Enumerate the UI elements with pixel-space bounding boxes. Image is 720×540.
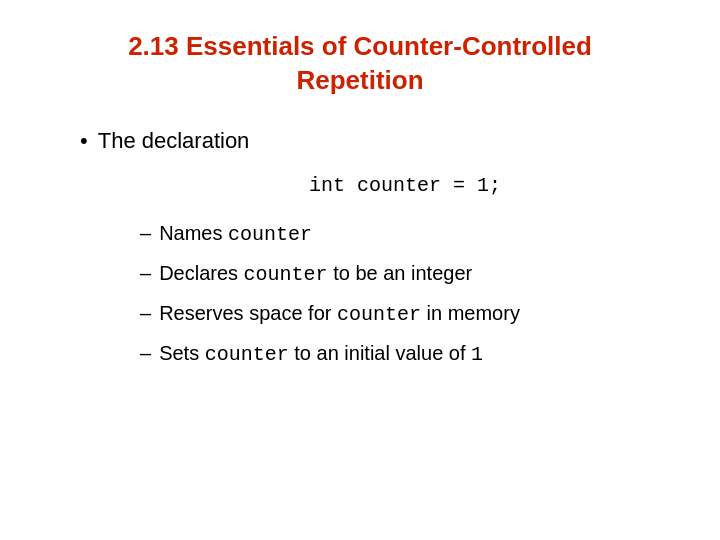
dash-symbol: – xyxy=(140,302,151,325)
code-snippet: int counter = 1; xyxy=(80,174,670,197)
title-container: 2.13 Essentials of Counter-Controlled Re… xyxy=(128,30,592,98)
list-item: – Names counter xyxy=(140,219,670,249)
list-item: – Sets counter to an initial value of 1 xyxy=(140,339,670,369)
code-counter-2: counter xyxy=(244,263,328,286)
list-item: – Reserves space for counter in memory xyxy=(140,299,670,329)
slide-title: 2.13 Essentials of Counter-Controlled Re… xyxy=(128,30,592,98)
code-counter-3: counter xyxy=(337,303,421,326)
slide: 2.13 Essentials of Counter-Controlled Re… xyxy=(0,0,720,540)
item-text-4: Sets counter to an initial value of 1 xyxy=(159,339,483,369)
code-value-1: 1 xyxy=(471,343,483,366)
dash-symbol: – xyxy=(140,342,151,365)
item-text-3: Reserves space for counter in memory xyxy=(159,299,520,329)
list-item: – Declares counter to be an integer xyxy=(140,259,670,289)
bullet-dot: • xyxy=(80,128,88,154)
dash-symbol: – xyxy=(140,222,151,245)
code-text: int counter = 1; xyxy=(309,174,501,197)
slide-content: • The declaration int counter = 1; – Nam… xyxy=(50,128,670,379)
declaration-label: The declaration xyxy=(98,128,250,154)
dash-symbol: – xyxy=(140,262,151,285)
title-line1: 2.13 Essentials of Counter-Controlled xyxy=(128,31,592,61)
title-line2: Repetition xyxy=(296,65,423,95)
bullet-declaration: • The declaration xyxy=(80,128,670,154)
code-counter-1: counter xyxy=(228,223,312,246)
item-text-2: Declares counter to be an integer xyxy=(159,259,472,289)
dash-list: – Names counter – Declares counter to be… xyxy=(80,219,670,369)
item-text-1: Names counter xyxy=(159,219,312,249)
code-counter-4: counter xyxy=(205,343,289,366)
